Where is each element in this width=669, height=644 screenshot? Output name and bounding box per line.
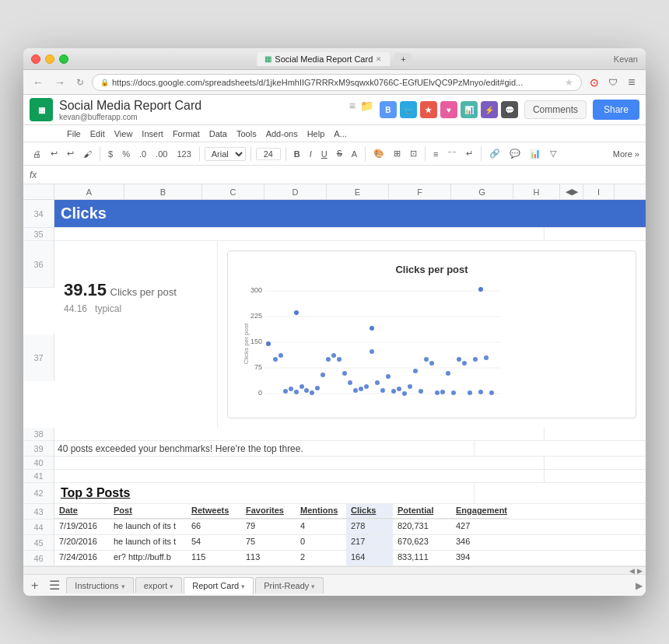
- menu-file[interactable]: File: [62, 125, 86, 142]
- more-button[interactable]: More »: [613, 149, 639, 159]
- minimize-button[interactable]: [45, 54, 54, 64]
- wrap-button[interactable]: ↵: [463, 147, 476, 160]
- addon-icon-3[interactable]: ★: [420, 101, 437, 118]
- decimal-button[interactable]: .0: [136, 148, 149, 160]
- paint-format-button[interactable]: 🖌: [80, 148, 95, 160]
- filter-button[interactable]: ▽: [547, 147, 559, 160]
- row1-date: 7/19/2016: [54, 520, 109, 534]
- addon-icon-1[interactable]: B: [380, 101, 397, 118]
- comment-button[interactable]: 💬: [506, 147, 524, 160]
- cell-38[interactable]: [54, 428, 545, 440]
- tab-close-icon[interactable]: ✕: [376, 55, 382, 63]
- menu-addons[interactable]: Add-ons: [261, 125, 303, 142]
- svg-text:0: 0: [258, 389, 262, 397]
- row3-engagement: 394: [451, 551, 510, 565]
- horizontal-scroll[interactable]: ◀ ▶: [23, 566, 646, 574]
- col-C[interactable]: C: [202, 184, 264, 199]
- svg-point-35: [402, 391, 407, 396]
- number-format-button[interactable]: 123: [173, 148, 194, 160]
- forward-button[interactable]: →: [51, 75, 68, 90]
- font-color-button[interactable]: A: [349, 148, 360, 160]
- percent-button[interactable]: %: [119, 148, 133, 160]
- svg-point-15: [294, 390, 299, 394]
- menu-more[interactable]: A...: [329, 125, 352, 142]
- extension-shield-icon[interactable]: 🛡: [605, 75, 621, 90]
- col-A[interactable]: A: [54, 184, 124, 199]
- close-button[interactable]: [31, 54, 40, 64]
- table-row-2: 45 7/20/2016 he launch of its t 54 75 0 …: [23, 535, 646, 551]
- undo2-button[interactable]: ↩: [64, 147, 77, 160]
- currency-button[interactable]: $: [105, 148, 116, 160]
- menu-format[interactable]: Format: [168, 125, 205, 142]
- new-tab[interactable]: +: [394, 53, 412, 65]
- fullscreen-button[interactable]: [59, 54, 68, 64]
- add-sheet-button[interactable]: +: [26, 579, 43, 593]
- addon-icon-7[interactable]: 💬: [501, 101, 518, 118]
- folder-icon[interactable]: 📁: [360, 100, 373, 112]
- menu-icon[interactable]: ≡: [624, 75, 639, 90]
- cell-40[interactable]: [54, 457, 545, 469]
- menu-tools[interactable]: Tools: [232, 125, 261, 142]
- underline-button[interactable]: U: [318, 148, 331, 160]
- extension-opera-icon[interactable]: ⊙: [587, 75, 602, 90]
- tab-instructions[interactable]: Instructions ▾: [66, 577, 133, 593]
- italic-button[interactable]: I: [306, 148, 315, 160]
- tab-export[interactable]: export ▾: [135, 577, 183, 593]
- svg-point-26: [353, 388, 358, 393]
- sheet-menu-button[interactable]: ☰: [44, 578, 65, 593]
- col-B[interactable]: B: [124, 184, 202, 199]
- menu-view[interactable]: View: [110, 125, 138, 142]
- addon-icon-4[interactable]: ♥: [440, 101, 457, 118]
- col-F[interactable]: F: [389, 184, 451, 199]
- menu-data[interactable]: Data: [205, 125, 232, 142]
- cell-35[interactable]: [54, 228, 545, 240]
- align-button[interactable]: ≡: [430, 148, 441, 160]
- menu-edit[interactable]: Edit: [86, 125, 110, 142]
- tab-print-ready[interactable]: Print-Ready ▾: [255, 577, 324, 593]
- share-button[interactable]: Share: [593, 100, 639, 120]
- chart-button[interactable]: 📊: [527, 147, 544, 160]
- col-mentions-header: Mentions: [296, 504, 346, 519]
- row-39: 39 40 posts exceeded your benchmarks! He…: [23, 441, 646, 457]
- clicks-title-cell[interactable]: Clicks: [54, 200, 545, 227]
- valign-button[interactable]: ⁻⁻: [444, 147, 460, 160]
- sheets-scroll-right[interactable]: ▶: [636, 580, 643, 591]
- font-size-input[interactable]: [256, 148, 281, 160]
- column-headers: A B C D E F G H ◀▶ I: [23, 184, 646, 200]
- row2-mentions: 0: [296, 535, 346, 550]
- addon-icon-6[interactable]: ⚡: [481, 101, 498, 118]
- cell-41[interactable]: [54, 470, 545, 482]
- doc-options-icon[interactable]: ≡: [349, 100, 356, 112]
- addon-icon-2[interactable]: 🐦: [400, 101, 417, 118]
- menu-help[interactable]: Help: [303, 125, 330, 142]
- browser-tab[interactable]: ▦ Social Media Report Card ✕: [257, 52, 390, 66]
- star-icon[interactable]: ★: [565, 77, 573, 88]
- addon-icon-5[interactable]: 📊: [461, 101, 478, 118]
- formula-input[interactable]: [43, 170, 639, 180]
- decimal2-button[interactable]: .00: [152, 148, 170, 160]
- col-G[interactable]: G: [451, 184, 513, 199]
- strikethrough-button[interactable]: S̶: [334, 147, 345, 160]
- col-E[interactable]: E: [327, 184, 389, 199]
- print-button[interactable]: 🖨: [30, 148, 44, 160]
- tab-report-card[interactable]: Report Card ▾: [184, 577, 254, 594]
- col-D[interactable]: D: [264, 184, 327, 199]
- url-field[interactable]: 🔒 https://docs.google.com/spreadsheets/d…: [92, 74, 582, 91]
- link-button[interactable]: 🔗: [486, 147, 503, 160]
- col-I[interactable]: I: [583, 184, 615, 199]
- reload-button[interactable]: ↻: [73, 75, 87, 89]
- comments-button[interactable]: Comments: [524, 100, 587, 119]
- undo-button[interactable]: ↩: [47, 147, 61, 160]
- back-button[interactable]: ←: [30, 75, 47, 90]
- borders-button[interactable]: ⊞: [391, 147, 404, 160]
- bold-button[interactable]: B: [291, 148, 303, 160]
- table-row-3: 46 7/24/2016 er? http://buff.b 115 113 2…: [23, 551, 646, 566]
- col-nav[interactable]: ◀▶: [560, 184, 583, 199]
- menu-insert[interactable]: Insert: [137, 125, 168, 142]
- merge-button[interactable]: ⊡: [407, 147, 420, 160]
- col-H[interactable]: H: [513, 184, 560, 199]
- fill-color-button[interactable]: 🎨: [370, 147, 387, 160]
- chart-column[interactable]: Clicks per post 300 225 150 75 0 Clicks …: [218, 241, 646, 428]
- font-selector[interactable]: Arial: [205, 147, 246, 161]
- row-37-num-area: 37: [23, 334, 54, 381]
